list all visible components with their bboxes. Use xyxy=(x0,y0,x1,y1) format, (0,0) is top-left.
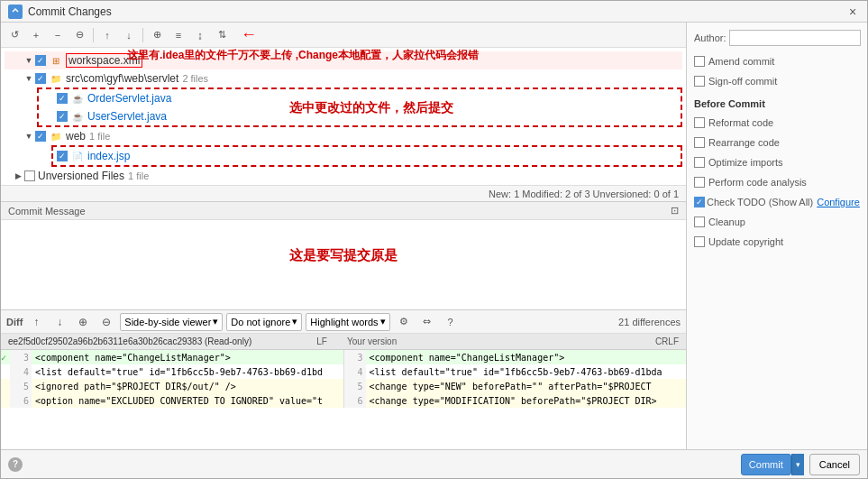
collapse-arrow-web[interactable]: ▼ xyxy=(23,132,35,141)
main-content: ↺ + − ⊖ ↑ ↓ ⊕ ≡ ↨ ⇅ ← xyxy=(1,23,867,449)
diff-line-3: 5 <ignored path="$PROJECT_DIR$/out/" /> … xyxy=(1,379,686,393)
rearrange-checkbox[interactable] xyxy=(694,137,705,148)
cleanup-checkbox[interactable] xyxy=(694,216,705,227)
expand-icon[interactable]: ⊡ xyxy=(671,205,679,216)
line-num-1-right: 3 xyxy=(344,350,366,364)
tree-item-workspace[interactable]: ▼ ✓ ⊞ workspace.xml xyxy=(5,51,682,69)
rearrange-row[interactable]: Rearrange code xyxy=(694,134,860,151)
check-todo-row[interactable]: ✓ Check TODO (Show All) Configure xyxy=(694,194,860,210)
checkbox-web[interactable]: ✓ xyxy=(35,131,46,142)
tree-item-unversioned[interactable]: ▶ Unversioned Files 1 file xyxy=(5,167,682,185)
diff-btn-3[interactable]: ⊕ xyxy=(73,312,93,332)
web-count: 1 file xyxy=(89,131,110,142)
diff-section: Diff ↑ ↓ ⊕ ⊖ Side-by-side viewer ▾ Do no… xyxy=(1,309,686,449)
diff-settings-btn[interactable]: ⚙ xyxy=(394,312,414,332)
line-num-4-right: 6 xyxy=(344,393,366,408)
status-bar: New: 1 Modified: 2 of 3 Unversioned: 0 o… xyxy=(1,185,686,201)
optimize-checkbox[interactable] xyxy=(694,157,705,168)
reformat-checkbox[interactable] xyxy=(694,117,705,128)
checkbox-src[interactable]: ✓ xyxy=(35,73,46,84)
author-input[interactable] xyxy=(729,30,861,46)
arrow-unver[interactable]: ▶ xyxy=(12,171,24,180)
cancel-button[interactable]: Cancel xyxy=(809,454,860,475)
selection-box-2: ✓ 📄 index.jsp xyxy=(51,145,682,167)
author-label: Author: xyxy=(694,32,726,43)
reformat-row[interactable]: Reformat code xyxy=(694,115,860,131)
toolbar-remove-btn[interactable]: ⊖ xyxy=(69,25,89,45)
crlf-label: CRLF xyxy=(643,336,679,346)
highlight-words-dropdown[interactable]: Highlight words ▾ xyxy=(306,313,389,331)
tree-item-src[interactable]: ▼ ✓ 📁 src\com\gyf\web\servlet 2 files xyxy=(5,69,682,88)
check-todo-label: Check TODO (Show All) xyxy=(707,197,813,207)
tree-item-user-servlet[interactable]: ✓ ☕ UserServlet.java xyxy=(39,107,681,125)
line-num-1-left: 3 xyxy=(10,350,32,364)
help-button[interactable]: ? xyxy=(8,457,23,472)
arrow-indicator: ← xyxy=(241,25,257,44)
folder-icon-src: 📁 xyxy=(49,71,63,86)
amend-checkbox[interactable] xyxy=(694,56,705,67)
checkbox-unver[interactable] xyxy=(24,170,35,181)
configure-link[interactable]: Configure xyxy=(817,197,860,207)
diff-sync-btn[interactable]: ⇔ xyxy=(417,312,437,332)
signoff-label: Sign-off commit xyxy=(708,76,777,87)
diff-btn-2[interactable]: ↓ xyxy=(50,312,69,332)
tree-item-web[interactable]: ▼ ✓ 📁 web 1 file xyxy=(5,127,682,145)
toolbar-add-btn[interactable]: ⊕ xyxy=(147,25,167,45)
signoff-row[interactable]: Sign-off commit xyxy=(694,73,860,89)
commit-button[interactable]: Commit xyxy=(741,454,791,475)
commit-message-input[interactable] xyxy=(1,220,686,309)
commit-message-area: Commit Message ⊡ 这是要写提交原是 xyxy=(1,201,686,309)
toolbar-menu-btn[interactable]: ≡ xyxy=(169,25,188,45)
line-content-4-right: <change type="MODIFICATION" beforePath="… xyxy=(366,396,661,406)
amend-label: Amend commit xyxy=(708,56,774,67)
toolbar-refresh-btn[interactable]: ↺ xyxy=(5,25,24,45)
file-tree-area[interactable]: 这里有.idea里的文件千万不要上传 ,Change本地配置，人家拉代码会报错 … xyxy=(1,48,686,185)
check-todo-checkbox[interactable]: ✓ xyxy=(694,197,705,207)
checkbox-workspace[interactable]: ✓ xyxy=(35,55,46,66)
signoff-checkbox[interactable] xyxy=(694,76,705,87)
tree-item-index-jsp[interactable]: ✓ 📄 index.jsp xyxy=(53,147,681,165)
cleanup-row[interactable]: Cleanup xyxy=(694,214,860,230)
chevron-down-icon-3: ▾ xyxy=(380,316,386,327)
toolbar-sort-btn[interactable]: ↨ xyxy=(190,25,210,45)
toolbar-up-btn[interactable]: ↑ xyxy=(97,25,117,45)
diff-file-path: ee2f5d0cf29502a96b2b6311e6a30b26cac29383… xyxy=(8,336,304,346)
toolbar-down-btn[interactable]: ↓ xyxy=(119,25,139,45)
user-servlet-label: UserServlet.java xyxy=(87,110,167,123)
diff-file-header: ee2f5d0cf29502a96b2b6311e6a30b26cac29383… xyxy=(1,334,686,350)
close-button[interactable]: × xyxy=(845,5,860,19)
update-copyright-checkbox[interactable] xyxy=(694,236,705,247)
toolbar-redo-btn[interactable]: + xyxy=(26,25,46,45)
side-by-side-dropdown[interactable]: Side-by-side viewer ▾ xyxy=(120,313,223,331)
diff-lines[interactable]: ✓ 3 <component name="ChangeListManager">… xyxy=(1,350,686,449)
tree-item-order-servlet[interactable]: ✓ ☕ OrderServlet.java xyxy=(39,89,681,107)
src-count: 2 files xyxy=(182,73,208,84)
collapse-arrow-2[interactable]: ▼ xyxy=(23,74,35,83)
folder-icon-web: 📁 xyxy=(49,129,63,143)
diff-btn-4[interactable]: ⊖ xyxy=(96,312,116,332)
diff-line-2-right: 4 <list default="true" id="1fb6cc5b-9eb7… xyxy=(344,364,687,379)
optimize-row[interactable]: Optimize imports xyxy=(694,154,860,170)
update-copyright-row[interactable]: Update copyright xyxy=(694,234,860,250)
collapse-arrow-1[interactable]: ▼ xyxy=(23,56,35,65)
indicator-1: ✓ xyxy=(1,353,10,363)
amend-row[interactable]: Amend commit xyxy=(694,53,860,69)
commit-changes-dialog: Commit Changes × ↺ + − ⊖ ↑ ↓ ⊕ ≡ ↨ ⇅ xyxy=(0,0,868,479)
diff-btn-1[interactable]: ↑ xyxy=(26,312,46,332)
perform-row[interactable]: Perform code analysis xyxy=(694,174,860,190)
checkbox-user[interactable]: ✓ xyxy=(57,111,68,122)
jsp-icon: 📄 xyxy=(70,149,85,163)
line-num-4-left: 6 xyxy=(10,393,32,408)
line-content-4-left: <option name="EXCLUDED_CONVERTED_TO_IGNO… xyxy=(32,396,326,406)
unver-label: Unversioned Files xyxy=(38,170,124,182)
chevron-down-icon-2: ▾ xyxy=(292,316,297,327)
commit-msg-title: Commit Message xyxy=(8,206,86,216)
toolbar-expand-btn[interactable]: ⇅ xyxy=(212,25,232,45)
checkbox-index[interactable]: ✓ xyxy=(57,151,68,161)
commit-dropdown-btn[interactable]: ▾ xyxy=(791,454,804,475)
diff-help-btn[interactable]: ? xyxy=(441,312,461,332)
checkbox-order[interactable]: ✓ xyxy=(57,93,68,104)
do-not-ignore-dropdown[interactable]: Do not ignore ▾ xyxy=(226,313,302,331)
toolbar-minus-btn[interactable]: − xyxy=(48,25,68,45)
perform-checkbox[interactable] xyxy=(694,177,705,188)
